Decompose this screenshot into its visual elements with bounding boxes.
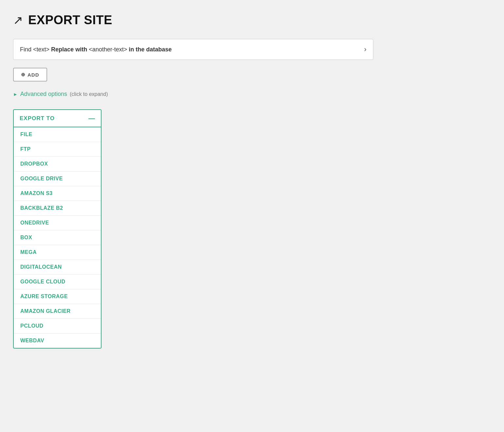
export-to-list-item[interactable]: WEBDAV (14, 333, 101, 348)
export-to-label: EXPORT TO (20, 115, 55, 122)
add-icon: ⊕ (21, 72, 26, 78)
export-to-panel: EXPORT TO — FILEFTPDROPBOXGOOGLE DRIVEAM… (13, 109, 102, 349)
advanced-chevron-icon: ► (13, 92, 18, 97)
export-to-list-item[interactable]: PCLOUD (14, 319, 101, 333)
advanced-options-label: Advanced options (20, 91, 67, 98)
export-to-list-item[interactable]: GOOGLE DRIVE (14, 171, 101, 186)
in-db-text: in the database (129, 46, 172, 53)
export-to-list-item[interactable]: BACKBLAZE B2 (14, 201, 101, 216)
export-to-list-item[interactable]: DROPBOX (14, 157, 101, 171)
export-to-list-item[interactable]: BOX (14, 230, 101, 245)
export-to-list-item[interactable]: AMAZON GLACIER (14, 304, 101, 319)
export-to-list-item[interactable]: FILE (14, 127, 101, 142)
find-replace-bar[interactable]: Find <text> Replace with <another-text> … (13, 39, 373, 60)
add-button-label: ADD (28, 72, 39, 78)
export-to-list-item[interactable]: MEGA (14, 245, 101, 260)
export-to-list-item[interactable]: ONEDRIVE (14, 216, 101, 230)
export-to-collapse-button[interactable]: — (88, 115, 95, 122)
advanced-options-hint: (click to expand) (70, 91, 108, 97)
page-title-row: ↗ EXPORT SITE (13, 13, 491, 27)
export-to-list-item[interactable]: AZURE STORAGE (14, 289, 101, 304)
export-to-list-item[interactable]: FTP (14, 142, 101, 157)
replace-placeholder: <another-text> (89, 46, 127, 53)
export-to-list-item[interactable]: DIGITALOCEAN (14, 260, 101, 275)
page-title: EXPORT SITE (28, 13, 112, 27)
export-site-icon: ↗ (13, 13, 23, 27)
export-to-list-item[interactable]: AMAZON S3 (14, 186, 101, 201)
add-button[interactable]: ⊕ ADD (13, 68, 47, 81)
export-to-list: FILEFTPDROPBOXGOOGLE DRIVEAMAZON S3BACKB… (14, 127, 101, 348)
find-placeholder: <text> (33, 46, 49, 53)
replace-keyword: Replace with (51, 46, 87, 53)
find-replace-arrow-icon: › (364, 45, 366, 54)
export-to-list-item[interactable]: GOOGLE CLOUD (14, 275, 101, 289)
export-to-header: EXPORT TO — (14, 110, 101, 127)
advanced-options-row[interactable]: ► Advanced options (click to expand) (13, 91, 491, 98)
find-replace-text: Find <text> Replace with <another-text> … (20, 46, 364, 53)
